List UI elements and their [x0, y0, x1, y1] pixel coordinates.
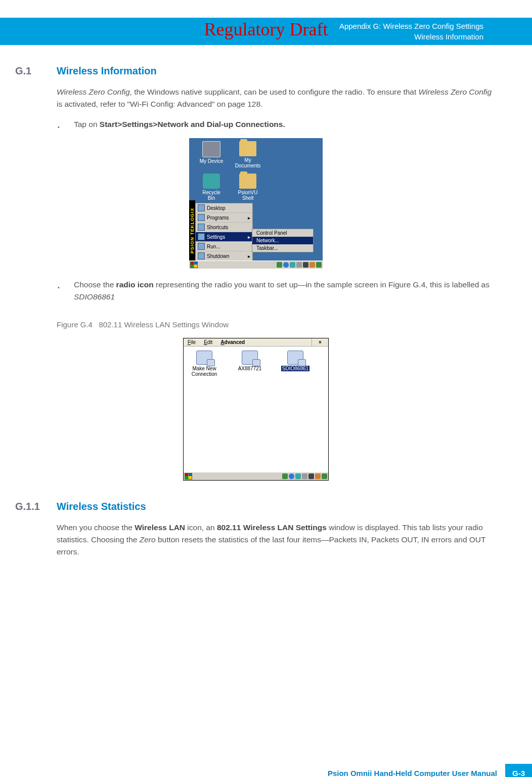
connection-ax887721: AX887721 — [232, 351, 268, 377]
wzc-term-1: Wireless Zero Config — [57, 88, 130, 96]
submenu-label-network: Network... — [256, 238, 279, 243]
window-close-button: × — [312, 338, 328, 346]
taskbar-2 — [184, 472, 328, 480]
menu-advanced-u: A — [220, 339, 224, 345]
bullet2-strong: radio icon — [116, 280, 154, 289]
figure-caption: Figure G.4 802.11 Wireless LAN Settings … — [57, 320, 497, 329]
desktop-icon-recycle-bin: Recycle Bin — [198, 174, 225, 201]
desktop-label-psionvu: PsionVU Shell — [235, 190, 261, 201]
start-item-programs: Programs▸ — [196, 213, 252, 223]
g1-text-1: , the Windows native supplicant, can be … — [130, 88, 419, 96]
bullet1-strong: Start>Settings>Network and Dial-up Conne… — [100, 120, 285, 128]
connection-label-ax: AX887721 — [232, 366, 268, 371]
menu-file: File — [184, 338, 200, 346]
start-item-run: Run... — [196, 242, 252, 251]
connection-icon — [287, 351, 303, 365]
section-g1-body: Wireless Zero Config, the Windows native… — [57, 86, 497, 131]
connection-label-new: Make New Connection — [187, 366, 222, 377]
start-item-shutdown: Shutdown▸ — [196, 251, 252, 261]
figure-label: Figure G.4 — [57, 320, 93, 329]
run-icon — [198, 243, 205, 250]
desktop-label-my-documents: My Documents — [235, 157, 261, 168]
footer-manual-title: Psion Omnii Hand-Held Computer User Manu… — [320, 764, 505, 777]
system-tray — [277, 262, 322, 268]
bullet1-pre: Tap on — [74, 120, 100, 128]
watermark-text: Regulatory Draft — [0, 19, 532, 40]
submenu-taskbar: Taskbar... — [252, 244, 313, 252]
submenu-network: Network... — [252, 237, 313, 244]
g11-mid1: icon, an — [185, 523, 217, 532]
start-label-shutdown: Shutdown — [207, 253, 229, 259]
desktop-icon — [198, 204, 205, 211]
submenu-control-panel: Control Panel — [252, 229, 313, 237]
settings-icon — [198, 233, 205, 240]
connection-sdio86861: SDIO86861 — [278, 351, 313, 377]
desktop-icon-my-documents: My Documents — [235, 141, 261, 168]
screenshot-wlan-settings-window: File Edit Advanced × Make New Connection… — [183, 338, 329, 481]
page-footer: Psion Omnii Hand-Held Computer User Manu… — [0, 764, 532, 777]
desktop-label-recycle-bin: Recycle Bin — [198, 190, 225, 201]
start-label-settings: Settings — [207, 234, 225, 240]
screenshot-desktop-start-menu: My Device My Documents Recycle Bin Psion… — [189, 138, 323, 269]
shutdown-icon — [198, 252, 205, 260]
start-menu-brand-strip: PSION TEKLOGIX — [189, 200, 195, 261]
g11-s1: Wireless LAN — [135, 523, 185, 532]
g11-pre: When you choose the — [57, 523, 135, 532]
desktop-label-my-device: My Device — [198, 158, 225, 164]
taskbar — [189, 261, 323, 269]
connection-icon — [196, 351, 212, 365]
start-label-shortcuts: Shortcuts — [207, 225, 228, 230]
shortcuts-icon — [198, 224, 205, 231]
menu-advanced: Advanced — [216, 338, 249, 346]
window-menubar: File Edit Advanced × — [184, 338, 328, 347]
start-label-programs: Programs — [207, 215, 229, 221]
bullet-1: Tap on Start>Settings>Network and Dial-u… — [57, 118, 497, 131]
submenu-label-cp: Control Panel — [256, 230, 287, 236]
bullet2-mid: representing the radio you want to set u… — [154, 280, 490, 289]
start-item-shortcuts: Shortcuts — [196, 223, 252, 232]
start-item-settings: Settings▸ — [196, 232, 252, 242]
desktop-icon-psionvu-shell: PsionVU Shell — [235, 174, 261, 201]
start-label-run: Run... — [207, 244, 220, 249]
connection-make-new: Make New Connection — [187, 351, 222, 377]
system-tray-2 — [282, 473, 327, 479]
connection-icon — [242, 351, 258, 365]
connection-label-sdio: SDIO86861 — [281, 366, 309, 371]
submenu-label-taskbar: Taskbar... — [256, 245, 278, 251]
desktop-icon-my-device: My Device — [198, 141, 225, 168]
section-number-g11: G.1.1 — [15, 501, 40, 512]
menu-edit: Edit — [200, 338, 216, 346]
section-number-g1: G.1 — [15, 65, 40, 77]
start-label-desktop: Desktop — [207, 205, 226, 211]
settings-submenu: Control Panel Network... Taskbar... — [252, 229, 314, 252]
section-title-g11: Wireless Statistics — [57, 501, 146, 512]
footer-page-number: G-3 — [505, 764, 532, 777]
g1-text-2: is activated, refer to "Wi-Fi Config: Ad… — [57, 100, 262, 108]
programs-icon — [198, 214, 205, 221]
start-button-icon — [185, 473, 192, 480]
figure-text: 802.11 Wireless LAN Settings Window — [99, 320, 229, 329]
section-title-g1: Wireless Information — [57, 65, 157, 77]
g11-s2: 802.11 Wireless LAN Settings — [217, 523, 327, 532]
start-item-desktop: Desktop — [196, 203, 252, 213]
section-g11-body: When you choose the Wireless LAN icon, a… — [57, 522, 497, 558]
bullet2-pre: Choose the — [74, 280, 116, 289]
bullet2-em: SDIO86861 — [74, 292, 115, 301]
bullet-2: Choose the radio icon representing the r… — [57, 279, 497, 303]
start-button-icon — [190, 262, 198, 268]
start-menu: Desktop Programs▸ Shortcuts Settings▸ Ru… — [195, 203, 253, 261]
wzc-term-2: Wireless Zero Config — [419, 88, 492, 96]
g11-em: Zero — [140, 535, 156, 544]
